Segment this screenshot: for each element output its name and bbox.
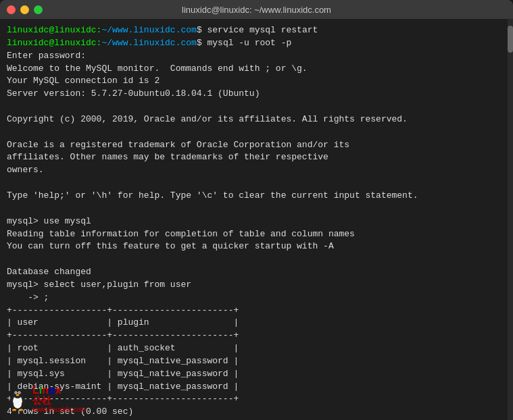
terminal-line: | user | plugin | — [7, 317, 506, 330]
terminal-line: linuxidc@linuxidc:~/www.linuxidc.com$ my… — [7, 37, 506, 50]
terminal-line: linuxidc@linuxidc:~/www.linuxidc.com$ se… — [7, 24, 506, 37]
watermark-brand: Linux — [32, 385, 86, 396]
prompt-cmd: $ mysql -u root -p — [197, 38, 291, 48]
prompt-user: linuxidc@linuxidc: — [7, 38, 101, 48]
terminal-line: | mysql.sys | mysql_native_password | — [7, 368, 506, 381]
terminal-line: Database changed — [7, 266, 506, 279]
table-line: | mysql.session | mysql_native_password … — [7, 356, 239, 366]
terminal-line: Welcome to the MySQL monitor. Commands e… — [7, 63, 506, 76]
output-line: Database changed — [7, 267, 91, 277]
terminal-line: Copyright (c) 2000, 2019, Oracle and/or … — [7, 113, 506, 126]
svg-point-11 — [19, 409, 23, 411]
minimize-button[interactable] — [20, 5, 29, 14]
terminal-line: mysql> select user,plugin from user — [7, 279, 506, 292]
table-line: +------------------+--------------------… — [7, 330, 239, 340]
terminal-line: Type 'help;' or '\h' for help. Type '\c'… — [7, 190, 506, 203]
table-line: | root | auth_socket | — [7, 343, 239, 353]
terminal-line — [7, 126, 506, 139]
watermark: Linux 公社 www.linuxidc.com — [5, 385, 86, 415]
prompt-user: linuxidc@linuxidc: — [7, 25, 101, 35]
terminal-line: Enter password: — [7, 50, 506, 63]
watermark-site: 公社 — [32, 396, 86, 405]
terminal-window: linuxidc@linuxidc: ~/www.linuxidc.com li… — [0, 0, 513, 420]
table-line: | user | plugin | — [7, 317, 239, 327]
terminal-line — [7, 253, 506, 266]
terminal-line: owners. — [7, 164, 506, 177]
output-line: Type 'help;' or '\h' for help. Type '\c'… — [7, 190, 418, 201]
watermark-text: Linux 公社 www.linuxidc.com — [32, 385, 86, 415]
output-line: affiliates. Other names may be trademark… — [7, 152, 328, 162]
terminal-line: Your MySQL connection id is 2 — [7, 75, 506, 88]
svg-point-5 — [16, 392, 17, 393]
mysql-prompt: mysql> select user,plugin from user — [7, 280, 191, 290]
output-line: Reading table information for completion… — [7, 229, 355, 239]
maximize-button[interactable] — [34, 5, 43, 14]
svg-point-6 — [19, 392, 20, 393]
prompt-path: ~/www.linuxidc.com — [101, 38, 196, 48]
terminal-line — [7, 101, 506, 113]
terminal-line: affiliates. Other names may be trademark… — [7, 151, 506, 164]
terminal-line: Reading table information for completion… — [7, 228, 506, 241]
close-button[interactable] — [7, 5, 16, 14]
output-line: Welcome to the MySQL monitor. Commands e… — [7, 63, 308, 74]
terminal-line: | mysql.session | mysql_native_password … — [7, 355, 506, 368]
terminal-line: Server version: 5.7.27-0ubuntu0.18.04.1 … — [7, 88, 506, 101]
terminal-line: +------------------+--------------------… — [7, 305, 506, 317]
window-title: linuxidc@linuxidc: ~/www.linuxidc.com — [182, 5, 331, 15]
output-line: Server version: 5.7.27-0ubuntu0.18.04.1 … — [7, 88, 260, 99]
mysql-prompt: mysql> use mysql — [7, 216, 91, 226]
output-line: Enter password: — [7, 51, 91, 61]
output-line: You can turn off this feature to get a q… — [7, 241, 334, 251]
prompt-path: ~/www.linuxidc.com — [101, 25, 196, 35]
svg-point-2 — [13, 389, 22, 398]
penguin-icon — [5, 388, 30, 412]
terminal-line: You can turn off this feature to get a q… — [7, 240, 506, 253]
window-controls[interactable] — [7, 5, 43, 14]
output-line: -> ; — [7, 292, 49, 303]
terminal-line: | root | auth_socket | — [7, 342, 506, 355]
table-line: | mysql.sys | mysql_native_password | — [7, 369, 239, 379]
titlebar: linuxidc@linuxidc: ~/www.linuxidc.com — [0, 0, 513, 19]
svg-point-7 — [16, 394, 20, 396]
terminal-content[interactable]: linuxidc@linuxidc:~/www.linuxidc.com$ se… — [0, 19, 513, 420]
scrollbar-thumb[interactable] — [508, 26, 513, 53]
output-line: Oracle is a registered trademark of Orac… — [7, 140, 349, 150]
output-line: owners. — [7, 165, 44, 175]
table-line: +------------------+--------------------… — [7, 305, 239, 315]
terminal-line — [7, 203, 506, 215]
prompt-cmd: $ service mysql restart — [197, 25, 318, 35]
terminal-line: mysql> use mysql — [7, 215, 506, 228]
output-line: Your MySQL connection id is 2 — [7, 76, 160, 86]
output-line: Copyright (c) 2000, 2019, Oracle and/or … — [7, 114, 408, 124]
terminal-line — [7, 177, 506, 190]
watermark-url: www.linuxidc.com — [32, 405, 86, 415]
terminal-line: +------------------+--------------------… — [7, 330, 506, 342]
terminal-line: Oracle is a registered trademark of Orac… — [7, 139, 506, 152]
svg-point-10 — [12, 409, 16, 411]
scrollbar[interactable] — [508, 19, 513, 420]
terminal-line: -> ; — [7, 292, 506, 305]
